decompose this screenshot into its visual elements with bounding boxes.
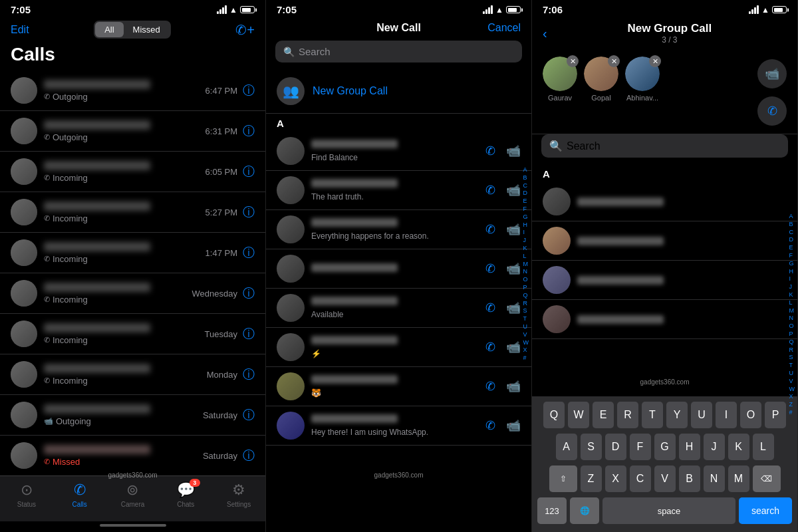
alpha-g[interactable]: G [523, 213, 529, 221]
list-item[interactable]: Everything happens for a reason. ✆📹 [266, 210, 531, 249]
remove-gaurav-button[interactable]: ✕ [567, 55, 579, 67]
call-button[interactable]: ✆ [485, 418, 495, 433]
delete-key[interactable]: ⌫ [753, 466, 781, 492]
key-k[interactable]: K [728, 434, 749, 460]
list-item[interactable]: ✆📹 [266, 249, 531, 289]
alpha-o[interactable]: O [523, 276, 529, 283]
list-item[interactable] [532, 261, 797, 300]
alpha-v[interactable]: V [789, 378, 795, 385]
alpha-g[interactable]: G [789, 260, 795, 267]
video-call-action-button[interactable]: 📹 [757, 59, 787, 88]
video-call-button[interactable]: 📹 [506, 418, 521, 433]
key-h[interactable]: H [679, 434, 700, 460]
alpha-c[interactable]: C [523, 182, 529, 190]
alpha-h[interactable]: H [523, 221, 529, 229]
alpha-s[interactable]: S [789, 354, 795, 361]
list-item[interactable]: The hard truth. ✆📹 [266, 171, 531, 210]
alpha-h[interactable]: H [789, 268, 795, 275]
back-button[interactable]: ‹ [543, 26, 547, 41]
space-key[interactable]: space [602, 497, 735, 524]
alpha-m[interactable]: M [523, 261, 529, 268]
alpha-p[interactable]: P [789, 331, 795, 338]
alpha-t[interactable]: T [789, 362, 795, 369]
alpha-q[interactable]: Q [523, 292, 529, 299]
new-group-call-row[interactable]: 👥 New Group Call [266, 69, 531, 114]
key-x[interactable]: X [605, 466, 626, 492]
key-a[interactable]: A [556, 434, 577, 460]
list-item[interactable]: Available ✆📹 [266, 289, 531, 328]
alpha-t[interactable]: T [523, 315, 529, 323]
key-f[interactable]: F [630, 434, 651, 460]
key-s[interactable]: S [581, 434, 602, 460]
alphabet-index[interactable]: A B C D E F G H I J K L M N O P Q R S T … [523, 166, 529, 362]
key-m[interactable]: M [728, 466, 749, 492]
key-y[interactable]: Y [666, 402, 688, 428]
key-p[interactable]: P [765, 402, 786, 428]
alpha-r[interactable]: R [789, 346, 795, 354]
key-r[interactable]: R [617, 402, 638, 428]
key-d[interactable]: D [605, 434, 626, 460]
video-call-button[interactable]: 📹 [506, 222, 521, 237]
alpha-f[interactable]: F [789, 252, 795, 259]
remove-abhinav-button[interactable]: ✕ [649, 55, 661, 67]
video-call-button[interactable]: 📹 [506, 301, 521, 315]
info-button[interactable]: ⓘ [243, 245, 255, 261]
key-n[interactable]: N [704, 466, 725, 492]
video-call-button[interactable]: 📹 [506, 261, 521, 276]
tab-chats[interactable]: 💬 3 Chats [159, 481, 212, 508]
alpha-u[interactable]: U [523, 323, 529, 331]
list-item[interactable]: 🐯 ✆📹 [266, 367, 531, 406]
alpha-i[interactable]: I [789, 275, 795, 283]
edit-button[interactable]: Edit [11, 24, 29, 36]
key-u[interactable]: U [691, 402, 712, 428]
alpha-r[interactable]: R [523, 300, 529, 307]
key-c[interactable]: C [630, 466, 651, 492]
key-j[interactable]: J [704, 434, 725, 460]
key-q[interactable]: Q [543, 402, 565, 428]
tab-calls[interactable]: ✆ Calls [53, 481, 106, 508]
alpha-k[interactable]: K [523, 245, 529, 252]
info-button[interactable]: ⓘ [243, 407, 255, 423]
ngc-search-bar[interactable]: 🔍 Search [541, 134, 788, 158]
alpha-f[interactable]: F [523, 205, 529, 213]
add-call-button[interactable]: ✆+ [235, 22, 255, 38]
alpha-n[interactable]: N [789, 315, 795, 322]
ngc-alphabet-index[interactable]: A B C D E F G H I J K L M N O P Q R S T … [789, 213, 795, 416]
info-button[interactable]: ⓘ [243, 204, 255, 220]
alpha-x[interactable]: X [523, 346, 529, 354]
call-button[interactable]: ✆ [485, 379, 495, 394]
key-b[interactable]: B [679, 466, 700, 492]
cancel-button[interactable]: Cancel [487, 22, 521, 34]
alpha-m[interactable]: M [789, 307, 795, 315]
num-key[interactable]: 123 [537, 497, 567, 524]
key-o[interactable]: O [740, 402, 761, 428]
alpha-d[interactable]: D [523, 190, 529, 197]
alpha-j[interactable]: J [789, 283, 795, 291]
alpha-i[interactable]: I [523, 229, 529, 236]
alpha-q[interactable]: Q [789, 338, 795, 346]
alpha-v[interactable]: V [523, 331, 529, 338]
key-t[interactable]: T [642, 402, 663, 428]
key-z[interactable]: Z [581, 466, 602, 492]
tab-missed[interactable]: Missed [124, 22, 170, 37]
key-l[interactable]: L [753, 434, 774, 460]
alpha-hash[interactable]: # [523, 354, 529, 362]
alpha-w[interactable]: W [789, 386, 795, 393]
video-call-button[interactable]: 📹 [506, 340, 521, 354]
key-e[interactable]: E [593, 402, 614, 428]
list-item[interactable] [532, 182, 797, 221]
alpha-c[interactable]: C [789, 229, 795, 236]
tab-camera[interactable]: ⊚ Camera [106, 481, 160, 508]
call-button[interactable]: ✆ [485, 183, 495, 198]
remove-gopal-button[interactable]: ✕ [608, 55, 620, 67]
key-w[interactable]: W [568, 402, 589, 428]
key-v[interactable]: V [654, 466, 676, 492]
call-button[interactable]: ✆ [485, 261, 495, 276]
video-call-button[interactable]: 📹 [506, 183, 521, 198]
info-button[interactable]: ⓘ [243, 123, 255, 139]
call-button[interactable]: ✆ [485, 222, 495, 237]
key-g[interactable]: G [654, 434, 676, 460]
alpha-o[interactable]: O [789, 323, 795, 330]
shift-key[interactable]: ⇧ [549, 466, 577, 492]
key-i[interactable]: I [716, 402, 737, 428]
